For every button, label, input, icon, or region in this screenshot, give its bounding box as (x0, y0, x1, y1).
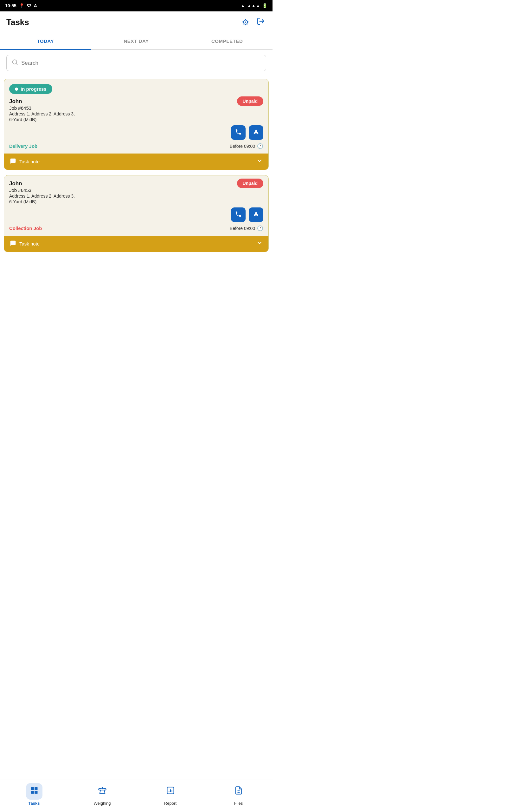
note-icon (10, 240, 16, 247)
task-yard: 6-Yard (MidB) (9, 199, 75, 204)
location-icon: 📍 (19, 3, 24, 8)
tab-today[interactable]: TODAY (0, 33, 91, 50)
task-footer-row: Collection Job Before 09:00 🕐 (9, 223, 263, 233)
task-top-row: John Job #6453 Address 1, Address 2, Add… (9, 98, 263, 122)
task-footer-row: Delivery Job Before 09:00 🕐 (9, 141, 263, 150)
in-progress-dot (15, 88, 18, 91)
chevron-down-icon (257, 240, 263, 248)
task-note-bar-1[interactable]: Task note (4, 154, 268, 170)
task-note-label: Task note (19, 159, 40, 164)
unpaid-badge: Unpaid (237, 181, 263, 186)
task-note-bar-2[interactable]: Task note (4, 236, 268, 252)
time-label: Before 09:00 (230, 226, 255, 231)
navigation-icon (252, 129, 260, 137)
logout-icon (257, 18, 265, 27)
task-note-left: Task note (10, 158, 40, 165)
task-address: Address 1, Address 2, Address 3, (9, 111, 75, 116)
search-container (0, 50, 273, 76)
task-note-label: Task note (19, 241, 40, 247)
job-type: Delivery Job (9, 143, 38, 149)
battery-icon: 🔋 (262, 3, 268, 8)
tab-next-day[interactable]: NEXT DAY (91, 33, 182, 50)
navigate-button-1[interactable] (249, 125, 263, 140)
clock-icon: 🕐 (257, 143, 263, 149)
search-icon (12, 59, 18, 67)
phone-icon (235, 129, 242, 137)
settings-icon: ⚙ (242, 17, 249, 27)
time-info: Before 09:00 🕐 (230, 143, 263, 149)
task-actions-row (9, 125, 263, 140)
task-job: Job #6453 (9, 188, 75, 193)
signal-icon: ▲▲▲ (247, 3, 260, 8)
phone-icon (235, 211, 242, 219)
note-icon (10, 158, 16, 165)
task-yard: 6-Yard (MidB) (9, 117, 75, 122)
task-job: Job #6453 (9, 105, 75, 111)
status-bar-right: ▲ ▲▲▲ 🔋 (241, 3, 268, 8)
app-title: Tasks (6, 17, 29, 27)
font-icon: A (34, 3, 37, 8)
task-card: John Job #6453 Address 1, Address 2, Add… (4, 175, 269, 252)
task-info: John Job #6453 Address 1, Address 2, Add… (9, 98, 75, 122)
in-progress-badge: In progress (9, 84, 263, 98)
tabs: TODAY NEXT DAY COMPLETED (0, 33, 273, 50)
task-name: John (9, 98, 75, 105)
wifi-icon: ▲ (241, 3, 245, 8)
status-time: 10:55 (5, 3, 16, 8)
time-info: Before 09:00 🕐 (230, 225, 263, 231)
clock-icon: 🕐 (257, 225, 263, 231)
call-button-1[interactable] (231, 125, 245, 140)
task-name: John (9, 181, 75, 187)
navigation-icon (252, 211, 260, 219)
task-note-left: Task note (10, 240, 40, 247)
in-progress-label: In progress (20, 86, 47, 92)
tab-completed[interactable]: COMPLETED (181, 33, 273, 50)
chevron-down-icon (257, 158, 263, 165)
status-bar-left: 10:55 📍 🛡 A (5, 3, 37, 8)
task-info: John Job #6453 Address 1, Address 2, Add… (9, 181, 75, 204)
task-top-row: John Job #6453 Address 1, Address 2, Add… (9, 181, 263, 204)
job-type: Collection Job (9, 225, 42, 231)
navigate-button-2[interactable] (249, 207, 263, 222)
app-bar: Tasks ⚙ (0, 11, 273, 33)
task-actions-row (9, 207, 263, 222)
app-bar-actions: ⚙ (240, 16, 266, 29)
unpaid-badge: Unpaid (237, 98, 263, 104)
tasks-list: In progress John Job #6453 Address 1, Ad… (0, 76, 273, 255)
shield-icon: 🛡 (27, 3, 32, 8)
search-box (6, 55, 266, 71)
logout-button[interactable] (256, 16, 266, 29)
search-input[interactable] (21, 60, 261, 66)
svg-line-2 (16, 63, 17, 65)
time-label: Before 09:00 (230, 144, 255, 149)
task-card: In progress John Job #6453 Address 1, Ad… (4, 79, 269, 170)
task-address: Address 1, Address 2, Address 3, (9, 194, 75, 199)
settings-button[interactable]: ⚙ (240, 16, 250, 29)
call-button-2[interactable] (231, 207, 245, 222)
status-bar: 10:55 📍 🛡 A ▲ ▲▲▲ 🔋 (0, 0, 273, 11)
